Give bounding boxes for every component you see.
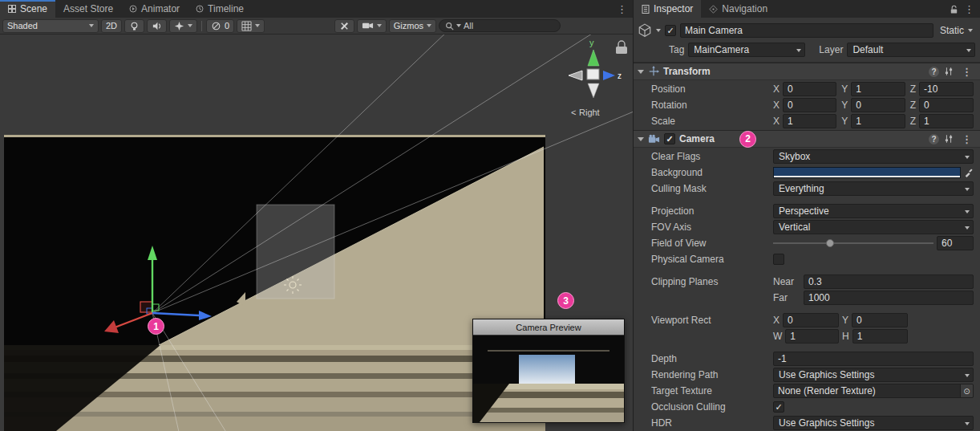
axis-down-cone[interactable] — [588, 83, 599, 98]
fov-axis-label: FOV Axis — [651, 222, 773, 233]
scale-z-field[interactable]: 1 — [919, 114, 974, 128]
scene-audio-button[interactable] — [147, 19, 167, 33]
scene-camera-settings-button[interactable] — [357, 19, 387, 33]
scene-search-input[interactable]: All — [439, 19, 561, 32]
background-label: Background — [651, 167, 773, 178]
depth-label: Depth — [651, 353, 773, 364]
clear-flags-dropdown[interactable]: Skybox — [773, 149, 974, 164]
tab-scene[interactable]: Scene — [0, 0, 55, 18]
gameobject-cube-icon[interactable] — [638, 23, 652, 38]
presets-icon[interactable] — [944, 134, 954, 144]
gameobject-active-checkbox[interactable]: ✓ — [665, 25, 676, 36]
axis-x-cone[interactable] — [569, 71, 582, 80]
scale-x-field[interactable]: 1 — [783, 114, 836, 128]
axis-x-label: X — [773, 83, 780, 95]
occlusion-culling-checkbox[interactable]: ✓ — [773, 401, 784, 413]
slider-thumb[interactable] — [826, 239, 834, 247]
inspector-lock-icon[interactable] — [949, 4, 959, 14]
scene-visibility-button[interactable]: 0 — [206, 19, 234, 33]
rotation-z-field[interactable]: 0 — [919, 98, 974, 112]
position-y-field[interactable]: 1 — [851, 82, 905, 96]
target-texture-value: None (Render Texture) — [774, 384, 960, 397]
inspector-menu-icon[interactable]: ⋮ — [961, 4, 978, 14]
background-color-swatch[interactable] — [773, 167, 961, 178]
axis-z-cone[interactable] — [603, 71, 615, 80]
navigation-icon — [709, 5, 718, 14]
depth-field[interactable]: -1 — [773, 352, 974, 366]
camera-enabled-checkbox[interactable]: ✓ — [664, 133, 675, 144]
tag-dropdown[interactable]: MainCamera — [688, 43, 805, 57]
clipping-planes-label: Clipping Planes — [651, 276, 773, 287]
chevron-down-icon — [89, 24, 94, 27]
scene-tab-menu-icon[interactable]: ⋮ — [614, 4, 630, 14]
scene-viewport[interactable]: y z < Right 1 3 Camer — [0, 35, 633, 431]
projection-dropdown[interactable]: Perspective — [773, 204, 974, 218]
fov-axis-dropdown[interactable]: Vertical — [773, 220, 974, 234]
presets-icon[interactable] — [944, 67, 954, 76]
hdr-dropdown[interactable]: Use Graphics Settings — [773, 416, 974, 430]
camera-header[interactable]: ✓ Camera 2 ? ⋮ — [634, 130, 980, 148]
field-of-view-value-field[interactable]: 60 — [937, 236, 974, 250]
rotation-x-field[interactable]: 0 — [783, 98, 836, 112]
rotation-y-field[interactable]: 0 — [851, 98, 905, 112]
viewport-h-field[interactable]: 1 — [852, 329, 908, 344]
culling-mask-label: Culling Mask — [651, 183, 773, 194]
gameobject-icon-chevron[interactable] — [656, 29, 661, 32]
stairs — [4, 345, 545, 431]
tab-inspector[interactable]: Inspector — [634, 0, 701, 18]
inspector-panel: Inspector Navigation ⋮ ✓ Main Camera Sta… — [634, 0, 980, 431]
near-clip-field[interactable]: 0.3 — [804, 274, 974, 289]
layer-dropdown[interactable]: Default — [847, 43, 975, 57]
gizmos-dropdown[interactable]: Gizmos — [389, 19, 436, 33]
camera-foldout-icon[interactable] — [638, 137, 644, 141]
gizmo-center-cube[interactable] — [587, 69, 599, 79]
tab-timeline[interactable]: Timeline — [188, 0, 252, 18]
tab-animator[interactable]: Animator — [121, 0, 188, 18]
static-dropdown[interactable]: Static — [937, 25, 975, 36]
viewport-w-field[interactable]: 1 — [785, 329, 839, 344]
viewport-x-field[interactable]: 0 — [783, 313, 839, 327]
viewport-y-field[interactable]: 0 — [852, 313, 908, 327]
physical-camera-checkbox[interactable] — [773, 254, 784, 265]
grid-settings-button[interactable] — [237, 19, 265, 33]
orientation-gizmo[interactable]: y z < Right — [569, 38, 622, 117]
axis-z-label: Z — [910, 100, 916, 111]
component-menu-icon[interactable]: ⋮ — [958, 134, 975, 144]
tab-navigation[interactable]: Navigation — [701, 0, 775, 18]
culling-mask-dropdown[interactable]: Everything — [773, 181, 974, 196]
scene-lock-icon[interactable] — [616, 41, 627, 54]
toggle-2d-button[interactable]: 2D — [101, 19, 122, 33]
scene-lighting-button[interactable] — [124, 19, 144, 33]
rendering-path-dropdown[interactable]: Use Graphics Settings — [773, 368, 974, 382]
inspector-icon — [642, 5, 650, 14]
scene-effects-button[interactable] — [169, 19, 197, 33]
object-picker-icon[interactable]: ⊙ — [960, 384, 973, 397]
transform-title: Transform — [663, 66, 711, 77]
help-icon[interactable]: ? — [929, 134, 939, 144]
component-menu-icon[interactable]: ⋮ — [958, 67, 975, 77]
axis-x-label: X — [773, 116, 780, 127]
gizmos-label: Gizmos — [394, 21, 423, 30]
scene-tools-button[interactable] — [334, 19, 354, 33]
transform-header[interactable]: Transform ? ⋮ — [634, 63, 980, 80]
position-z-field[interactable]: -10 — [919, 82, 974, 96]
transform-foldout-icon[interactable] — [638, 70, 644, 74]
viewport-y-label: Y — [842, 315, 848, 326]
help-icon[interactable]: ? — [929, 67, 939, 77]
field-of-view-slider[interactable] — [773, 238, 933, 249]
view-label[interactable]: Right — [579, 108, 600, 117]
shading-mode-dropdown[interactable]: Shaded — [2, 19, 99, 33]
target-texture-object-field[interactable]: None (Render Texture) ⊙ — [773, 384, 974, 398]
axis-y-cone[interactable] — [588, 50, 599, 66]
far-clip-field[interactable]: 1000 — [804, 291, 974, 305]
tab-asset-store[interactable]: Asset Store — [55, 0, 121, 18]
clipping-far-row: Far 1000 — [634, 290, 980, 306]
eyedropper-icon[interactable] — [964, 168, 974, 177]
gameobject-name-field[interactable]: Main Camera — [680, 23, 933, 38]
chevron-down-icon — [965, 226, 970, 230]
field-of-view-label: Field of View — [651, 238, 773, 249]
layer-label: Layer — [819, 44, 843, 55]
viewport-x-label: X — [773, 315, 780, 326]
scale-y-field[interactable]: 1 — [851, 114, 905, 128]
position-x-field[interactable]: 0 — [783, 82, 836, 96]
